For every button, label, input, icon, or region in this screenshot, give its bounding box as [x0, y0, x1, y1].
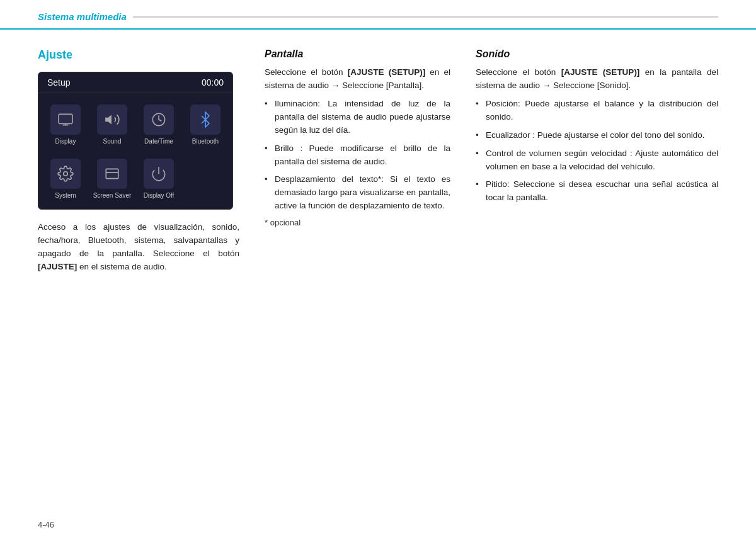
svg-point-5	[64, 172, 68, 176]
displayoff-icon	[151, 166, 167, 182]
display-icon-box	[50, 104, 81, 135]
header-line	[133, 16, 718, 18]
ajuste-title: Ajuste	[38, 48, 239, 62]
sonido-bullets: Posición: Puede ajustarse el balance y l…	[476, 98, 718, 205]
sound-icon-box	[97, 104, 127, 135]
sonido-title: Sonido	[476, 48, 718, 60]
left-body-end: en el sistema de audio.	[77, 262, 167, 271]
setup-sound-item[interactable]: Sound	[89, 99, 135, 149]
system-label: System	[55, 192, 76, 199]
svg-rect-6	[106, 169, 118, 178]
left-body-text: Acceso a los ajustes de visualización, s…	[38, 221, 239, 274]
pantalla-intro: Seleccione el botón [AJUSTE (SETUP)] en …	[265, 66, 450, 93]
left-column: Ajuste Setup 00:00	[38, 48, 239, 274]
bluetooth-icon-box	[190, 104, 220, 135]
setup-screen: Setup 00:00 Display	[38, 72, 233, 210]
header-title: Sistema multimedia	[38, 11, 127, 22]
sonido-bullet-1: Posición: Puede ajustarse el balance y l…	[476, 98, 718, 124]
displayoff-icon-box	[144, 159, 174, 189]
svg-rect-0	[59, 114, 72, 123]
sonido-bullet-2: Ecualizador : Puede ajustarse el color d…	[476, 129, 718, 142]
setup-system-item[interactable]: System	[42, 154, 89, 203]
setup-label: Setup	[47, 77, 71, 88]
pantalla-title: Pantalla	[265, 48, 450, 60]
setup-displayoff-item[interactable]: Display Off	[135, 154, 182, 203]
sound-label: Sound	[103, 138, 122, 145]
setup-bluetooth-item[interactable]: Bluetooth	[182, 99, 229, 149]
pantalla-bullets: Iluminación: La intensidad de luz de la …	[265, 98, 450, 213]
setup-datetime-item[interactable]: Date/Time	[135, 99, 182, 149]
sonido-intro-bold: [AJUSTE (SETUP)]	[561, 67, 640, 77]
middle-column: Pantalla Seleccione el botón [AJUSTE (SE…	[265, 48, 450, 274]
pantalla-intro-bold: [AJUSTE (SETUP)]	[348, 67, 425, 77]
sound-icon	[104, 111, 120, 128]
setup-display-item[interactable]: Display	[42, 99, 89, 149]
screensaver-icon-box	[97, 159, 127, 189]
sonido-bullet-3: Control de volumen según velocidad : Aju…	[476, 147, 718, 174]
datetime-label: Date/Time	[144, 138, 173, 145]
screensaver-label: Screen Saver	[93, 192, 132, 199]
system-icon	[57, 166, 74, 182]
display-icon	[57, 111, 74, 128]
page-footer: 4-46	[38, 520, 54, 529]
right-column: Sonido Seleccione el botón [AJUSTE (SETU…	[476, 48, 718, 274]
datetime-icon	[151, 111, 167, 128]
screensaver-icon	[104, 166, 120, 182]
svg-marker-3	[105, 115, 112, 124]
setup-row2: System Screen Saver	[38, 152, 232, 209]
left-body-bold: [AJUSTE]	[38, 262, 77, 271]
datetime-icon-box	[144, 104, 174, 135]
system-icon-box	[50, 159, 81, 189]
page-container: Sistema multimedia Ajuste Setup 00:00	[0, 0, 756, 542]
left-body-start: Acceso a los ajustes de visualización, s…	[38, 222, 239, 258]
displayoff-label: Display Off	[144, 192, 175, 199]
page-number: 4-46	[38, 520, 54, 529]
setup-time: 00:00	[202, 77, 224, 88]
setup-empty-item	[182, 154, 229, 203]
sonido-intro: Seleccione el botón [AJUSTE (SETUP)] en …	[476, 66, 718, 93]
pantalla-intro-start: Seleccione el botón	[265, 67, 348, 77]
setup-row1: Display Sound	[38, 93, 232, 152]
pantalla-bullet-2: Brillo : Puede modificarse el brillo de …	[265, 142, 450, 169]
bluetooth-icon	[197, 111, 214, 128]
display-label: Display	[55, 138, 76, 145]
setup-topbar: Setup 00:00	[38, 72, 232, 93]
sonido-intro-start: Seleccione el botón	[476, 67, 561, 77]
header: Sistema multimedia	[0, 0, 756, 30]
pantalla-bullet-1: Iluminación: La intensidad de luz de la …	[265, 98, 450, 137]
sonido-bullet-4: Pitido: Seleccione si desea escuchar una…	[476, 178, 718, 205]
main-content: Ajuste Setup 00:00	[0, 30, 756, 286]
pantalla-bullet-3: Desplazamiento del texto*: Si el texto e…	[265, 173, 450, 213]
setup-screensaver-item[interactable]: Screen Saver	[89, 154, 135, 203]
bluetooth-label: Bluetooth	[192, 138, 219, 145]
pantalla-note: * opcional	[265, 218, 450, 227]
